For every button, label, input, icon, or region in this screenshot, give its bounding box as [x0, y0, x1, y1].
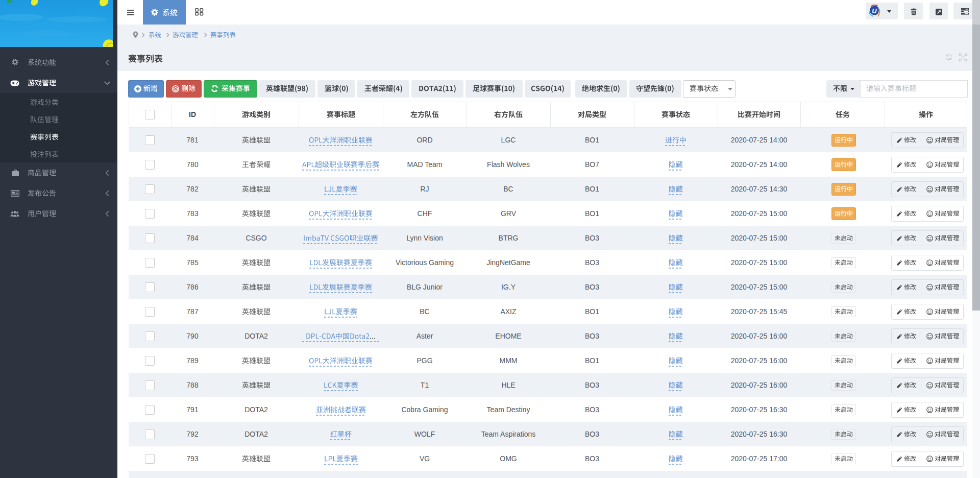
- svg-text:U: U: [872, 7, 877, 15]
